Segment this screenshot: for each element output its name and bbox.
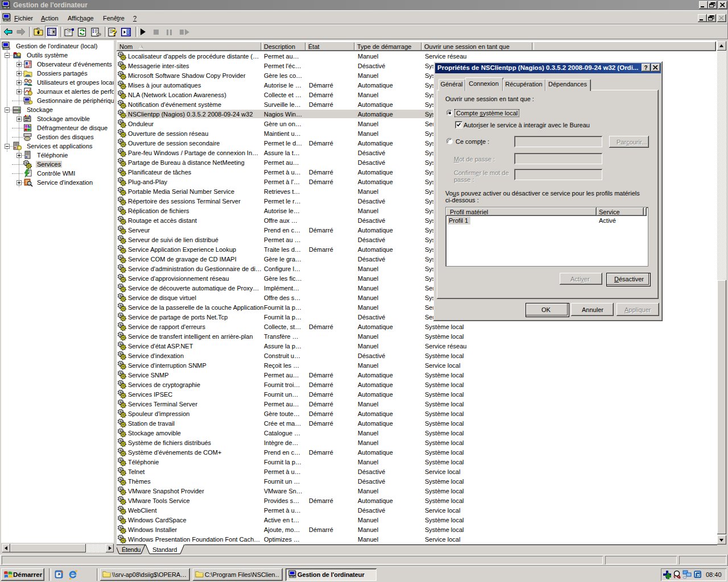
svg-text:?: ? (644, 65, 648, 70)
svg-text:?: ? (111, 27, 117, 37)
